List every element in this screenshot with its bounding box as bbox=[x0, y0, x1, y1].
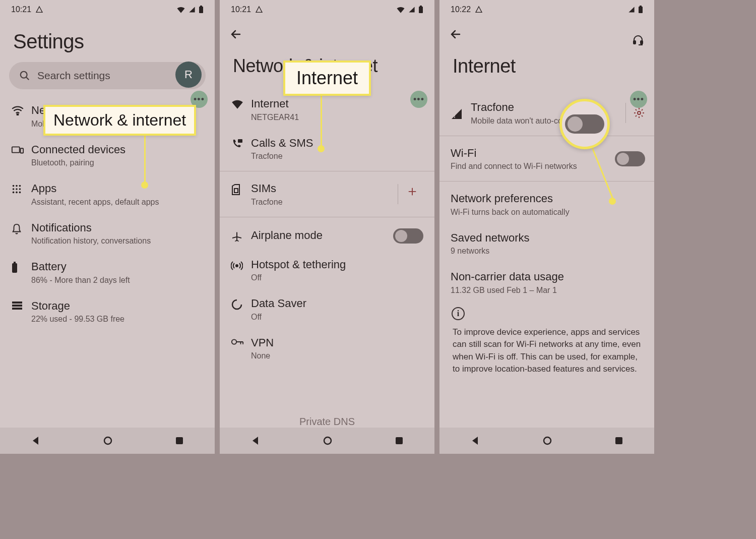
airplane-toggle[interactable] bbox=[393, 228, 423, 244]
nav-back-icon[interactable] bbox=[31, 436, 41, 446]
row-title: Storage bbox=[31, 299, 199, 313]
row-title: Saved networks bbox=[451, 231, 638, 245]
row-title: Hotspot & tethering bbox=[251, 258, 418, 272]
search-icon bbox=[19, 70, 30, 81]
row-apps[interactable]: Apps Assistant, recent apps, default app… bbox=[0, 174, 215, 214]
wifi-status-icon bbox=[176, 6, 185, 13]
divider bbox=[439, 136, 654, 136]
vpn-icon bbox=[231, 336, 251, 346]
svg-point-9 bbox=[19, 185, 21, 187]
svg-point-29 bbox=[324, 437, 331, 444]
svg-rect-31 bbox=[639, 7, 643, 13]
wifi-toggle[interactable] bbox=[615, 151, 645, 166]
add-sim-button[interactable]: ＋ bbox=[405, 182, 423, 201]
svg-point-10 bbox=[13, 188, 15, 190]
airplane-icon bbox=[231, 228, 251, 243]
row-calls-sms[interactable]: Calls & SMS Tracfone bbox=[220, 129, 434, 168]
callout-internet: Internet bbox=[283, 61, 371, 96]
row-network-preferences[interactable]: Network preferences Wi-Fi turns back on … bbox=[439, 185, 654, 224]
svg-point-21 bbox=[104, 437, 111, 444]
callout-toggle-magnifier bbox=[559, 99, 610, 149]
battery-status-icon bbox=[418, 6, 423, 14]
row-sub: Tracfone bbox=[251, 152, 418, 161]
row-sub: NETGEAR41 bbox=[251, 113, 418, 122]
nav-bar bbox=[220, 428, 434, 454]
row-sub: 11.32 GB used Feb 1 – Mar 1 bbox=[451, 286, 638, 295]
svg-rect-18 bbox=[12, 302, 22, 304]
nav-home-icon[interactable] bbox=[103, 436, 113, 446]
nav-bar bbox=[0, 428, 215, 454]
row-storage[interactable]: Storage 22% used - 99.53 GB free bbox=[0, 292, 215, 331]
separator bbox=[398, 184, 398, 204]
devices-icon bbox=[11, 143, 31, 155]
row-connected-devices[interactable]: Connected devices Bluetooth, pairing bbox=[0, 136, 215, 175]
row-sub: 22% used - 99.53 GB free bbox=[31, 315, 199, 324]
svg-rect-23 bbox=[419, 7, 423, 13]
row-battery[interactable]: Battery 86% - More than 2 days left bbox=[0, 253, 215, 292]
row-saved-networks[interactable]: Saved networks 9 networks bbox=[439, 224, 654, 263]
cutoff-row: Private DNS bbox=[220, 416, 434, 428]
row-hotspot[interactable]: Hotspot & tethering Off bbox=[220, 251, 434, 290]
support-headset-icon[interactable] bbox=[632, 34, 644, 46]
divider bbox=[220, 217, 434, 217]
nav-back-icon[interactable] bbox=[470, 436, 480, 446]
nav-home-icon[interactable] bbox=[542, 436, 552, 446]
row-sub: Wi-Fi turns back on automatically bbox=[451, 208, 638, 217]
nav-recent-icon[interactable] bbox=[614, 436, 623, 445]
svg-rect-34 bbox=[641, 41, 643, 44]
row-sub: Off bbox=[251, 273, 418, 282]
callout-network-internet: Network & internet bbox=[43, 105, 196, 136]
row-title: Non-carrier data usage bbox=[451, 270, 638, 284]
row-title: SIMs bbox=[251, 182, 386, 196]
row-sims[interactable]: SIMs Tracfone ＋ bbox=[220, 174, 434, 214]
back-button[interactable] bbox=[439, 19, 654, 40]
warning-icon bbox=[35, 6, 43, 14]
row-wifi[interactable]: Wi-Fi Find and connect to Wi-Fi networks bbox=[439, 139, 654, 178]
status-bar: 10:21 bbox=[220, 0, 434, 19]
svg-point-7 bbox=[13, 185, 15, 187]
battery-icon bbox=[11, 260, 31, 274]
svg-rect-22 bbox=[176, 437, 183, 444]
row-title: VPN bbox=[251, 336, 418, 350]
svg-line-3 bbox=[26, 77, 29, 80]
row-datasaver[interactable]: Data Saver Off bbox=[220, 289, 434, 329]
row-vpn[interactable]: VPN None bbox=[220, 329, 434, 368]
row-sub: Bluetooth, pairing bbox=[31, 158, 199, 167]
status-time: 10:22 bbox=[451, 5, 471, 14]
signal-status-icon bbox=[188, 6, 196, 13]
svg-rect-16 bbox=[12, 263, 17, 273]
row-sub: 9 networks bbox=[451, 247, 638, 256]
row-title: Notifications bbox=[31, 221, 199, 235]
profile-avatar[interactable]: R bbox=[175, 62, 202, 88]
wifi-status-icon bbox=[396, 6, 405, 13]
row-carrier[interactable]: ! Tracfone Mobile data won't auto-connec… bbox=[439, 93, 654, 133]
sim-icon bbox=[231, 182, 251, 196]
nav-back-icon[interactable] bbox=[250, 436, 261, 446]
svg-point-15 bbox=[19, 192, 21, 194]
svg-rect-20 bbox=[12, 308, 22, 310]
row-data-usage[interactable]: Non-carrier data usage 11.32 GB used Feb… bbox=[439, 263, 654, 302]
screen-internet: 10:22 ••• Internet ! Tracfone Mobile dat… bbox=[439, 0, 654, 454]
row-sub: Notification history, conversations bbox=[31, 236, 199, 246]
carrier-settings-button[interactable] bbox=[633, 107, 645, 119]
back-button[interactable] bbox=[220, 19, 434, 40]
callout-dot bbox=[141, 182, 148, 189]
row-notifications[interactable]: Notifications Notification history, conv… bbox=[0, 214, 215, 253]
warning-icon bbox=[255, 6, 263, 14]
svg-rect-17 bbox=[14, 262, 16, 263]
svg-rect-32 bbox=[640, 6, 642, 7]
svg-point-27 bbox=[236, 265, 238, 267]
svg-point-14 bbox=[16, 192, 18, 194]
nav-recent-icon[interactable] bbox=[175, 436, 184, 445]
nav-home-icon[interactable] bbox=[323, 436, 333, 446]
datasaver-icon bbox=[231, 296, 251, 311]
signal-status-icon bbox=[408, 6, 415, 13]
nav-recent-icon[interactable] bbox=[395, 436, 404, 445]
svg-point-36 bbox=[638, 111, 641, 114]
svg-point-37 bbox=[544, 437, 551, 444]
signal-status-icon bbox=[628, 6, 635, 13]
avatar-initial: R bbox=[184, 68, 193, 81]
signal-warning-icon: ! bbox=[451, 106, 471, 120]
screen-settings: 10:21 R ••• Settings Search settings bbox=[0, 0, 215, 454]
row-airplane[interactable]: Airplane mode bbox=[220, 220, 434, 251]
